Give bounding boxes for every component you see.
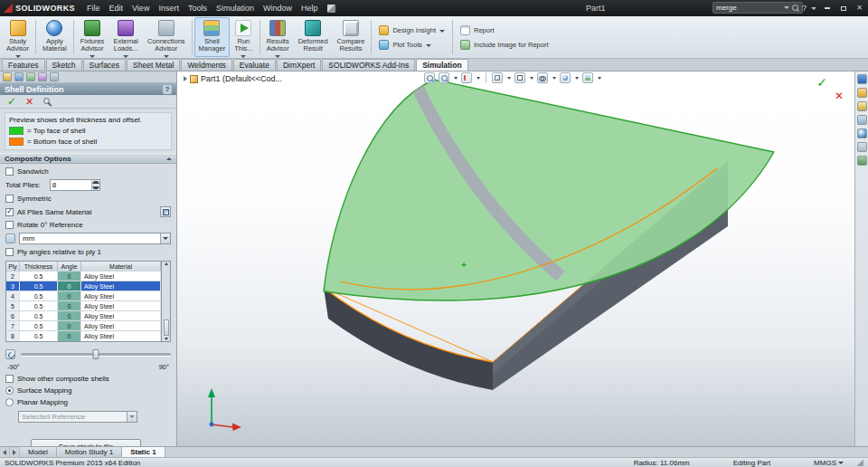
task-pane-forum-icon[interactable] [857, 156, 867, 166]
cell-thickness[interactable]: 0.5 [20, 331, 58, 341]
minimize-button[interactable] [821, 4, 833, 14]
cell-material[interactable]: Alloy Steel [81, 331, 161, 341]
search-dropdown-icon[interactable] [784, 6, 789, 9]
panel-help-button[interactable]: ? [163, 85, 172, 94]
tab-surfaces[interactable]: Surfaces [83, 59, 127, 71]
tab-features[interactable]: Features [2, 59, 45, 71]
hide-show-items-icon[interactable] [537, 72, 548, 83]
menu-tools[interactable]: Tools [184, 0, 212, 16]
cell-material[interactable]: Alloy Steel [81, 291, 161, 300]
help-dropdown-icon[interactable] [811, 7, 816, 10]
dropdown-arrow-icon[interactable] [552, 77, 556, 80]
configuration-manager-tab-icon[interactable] [26, 72, 35, 81]
menu-file[interactable]: File [82, 0, 105, 16]
tab-weldments[interactable]: Weldments [181, 59, 231, 71]
scroll-up-icon[interactable] [165, 262, 168, 265]
section-view-icon[interactable] [461, 72, 472, 83]
surface-mapping-radio[interactable]: Surface Mapping [5, 386, 171, 395]
cell-thickness[interactable]: 0.5 [20, 311, 58, 320]
menu-help[interactable]: Help [297, 0, 323, 16]
edit-appearance-icon[interactable] [560, 72, 571, 83]
column-header-material[interactable]: Material [81, 262, 161, 271]
ply-angles-checkbox[interactable]: Ply angles relative to ply 1 [5, 248, 171, 256]
ribbon-button-plot-tools[interactable]: Plot Tools [379, 40, 445, 50]
tab-model[interactable]: Model [20, 447, 57, 457]
tab-evaluate[interactable]: Evaluate [233, 59, 276, 71]
cell-angle[interactable]: 0 [58, 281, 81, 291]
zoom-area-icon[interactable] [439, 72, 449, 83]
feature-tree-root[interactable]: Part1 (Default<<Cod... [184, 74, 282, 83]
ribbon-button-compare-results[interactable]: Compare Results [333, 17, 370, 57]
symmetric-checkbox[interactable]: Symmetric [5, 195, 171, 203]
cell-ply[interactable]: 8 [6, 331, 20, 341]
maximize-button[interactable] [837, 4, 849, 14]
cell-angle[interactable]: 0 [58, 321, 81, 330]
planar-mapping-radio[interactable]: Planar Mapping [5, 398, 171, 406]
cell-angle[interactable]: 0 [58, 331, 81, 341]
unit-system-selector[interactable]: MMGS [814, 459, 844, 467]
cell-thickness[interactable]: 0.5 [20, 321, 58, 330]
table-row[interactable]: 8 0.5 0 Alloy Steel [6, 331, 161, 341]
view-orientation-icon[interactable] [492, 72, 503, 83]
cell-material[interactable]: Alloy Steel [81, 311, 161, 320]
dropdown-arrow-icon[interactable] [575, 77, 579, 80]
cell-thickness[interactable]: 0.5 [20, 301, 58, 310]
unit-dropdown[interactable]: mm [19, 233, 171, 244]
display-manager-tab-icon[interactable] [50, 72, 59, 81]
search-box[interactable]: merge [712, 2, 803, 14]
total-plies-value[interactable]: 8 [51, 180, 91, 190]
ribbon-button-design-insight[interactable]: Design Insight [379, 25, 445, 35]
model-block-front-face[interactable] [324, 288, 493, 390]
confirm-ok-icon[interactable]: ✓ [816, 76, 827, 89]
column-header-ply[interactable]: Ply [6, 262, 20, 271]
ribbon-button-study-advisor[interactable]: Study Advisor [2, 17, 33, 57]
ribbon-button-run-this-study[interactable]: Run This... [230, 17, 257, 57]
dimxpert-manager-tab-icon[interactable] [38, 72, 47, 81]
selected-reference-dropdown[interactable]: Selected Reference [18, 411, 137, 423]
cell-material[interactable]: Alloy Steel [81, 272, 161, 281]
cell-angle[interactable]: 0 [58, 311, 81, 320]
menu-simulation[interactable]: Simulation [212, 0, 259, 16]
cell-angle[interactable]: 0 [58, 272, 81, 281]
cell-angle[interactable]: 0 [58, 291, 81, 300]
tab-motion-study[interactable]: Motion Study 1 [57, 447, 122, 457]
task-pane-custom-properties-icon[interactable] [857, 142, 867, 152]
task-pane-appearances-icon[interactable] [857, 129, 867, 138]
display-style-icon[interactable] [514, 72, 525, 83]
scrollbar-thumb[interactable] [164, 319, 169, 336]
table-row-selected[interactable]: 3 0.5 0 Alloy Steel [6, 281, 161, 291]
cell-thickness[interactable]: 0.5 [20, 281, 58, 291]
property-manager-tab-icon[interactable] [14, 72, 24, 81]
angle-slider[interactable] [21, 353, 171, 356]
cell-material[interactable]: Alloy Steel [81, 321, 161, 330]
cell-ply[interactable]: 2 [6, 272, 20, 281]
dropdown-arrow-icon[interactable] [507, 77, 511, 80]
help-button[interactable]: ? [802, 4, 807, 13]
ok-button[interactable]: ✓ [7, 96, 16, 107]
cell-ply[interactable]: 4 [6, 291, 20, 300]
ribbon-button-deformed-result[interactable]: Deformed Result [294, 17, 333, 57]
ribbon-button-connections-advisor[interactable]: Connections Advisor [143, 17, 190, 57]
dropdown-button[interactable] [127, 412, 137, 422]
cell-ply[interactable]: 7 [6, 321, 20, 330]
task-pane-design-library-icon[interactable] [857, 88, 867, 98]
task-pane-file-explorer-icon[interactable] [857, 101, 867, 111]
tab-sheet-metal[interactable]: Sheet Metal [127, 59, 180, 71]
close-button[interactable]: ✕ [854, 4, 865, 14]
cell-angle[interactable]: 0 [58, 301, 81, 310]
cell-ply[interactable]: 6 [6, 311, 20, 320]
column-header-thickness[interactable]: Thickness [20, 262, 58, 271]
tab-static-1[interactable]: Static 1 [122, 447, 165, 457]
cell-thickness[interactable]: 0.5 [20, 272, 58, 281]
slider-handle[interactable] [93, 349, 99, 359]
tab-solidworks-add-ins[interactable]: SOLIDWORKS Add-Ins [322, 59, 415, 71]
dropdown-arrow-icon[interactable] [530, 77, 533, 80]
table-row[interactable]: 5 0.5 0 Alloy Steel [6, 301, 161, 311]
table-row[interactable]: 6 0.5 0 Alloy Steel [6, 311, 161, 321]
menu-view[interactable]: View [127, 0, 154, 16]
ply-table-button[interactable] [160, 206, 171, 217]
total-plies-stepper[interactable]: 8 [50, 179, 100, 191]
composite-options-header[interactable]: Composite Options [0, 153, 176, 164]
all-plies-same-material-checkbox[interactable]: All Plies Same Material [5, 206, 171, 217]
dropdown-arrow-icon[interactable] [454, 77, 458, 80]
